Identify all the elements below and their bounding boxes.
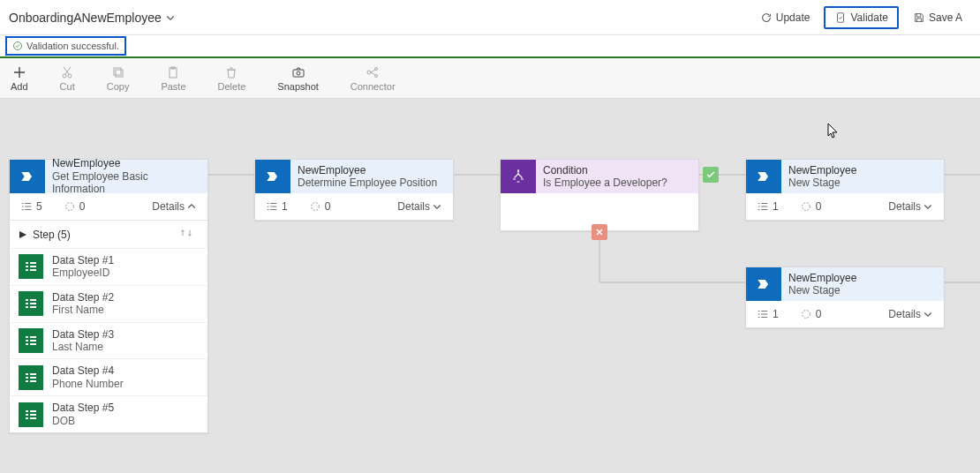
svg-point-9 (297, 71, 300, 75)
stage-entity: NewEmployee (788, 164, 937, 176)
svg-rect-8 (293, 70, 304, 77)
chevron-down-icon (432, 201, 442, 212)
stage-name: New Stage (788, 284, 937, 297)
svg-rect-6 (170, 68, 177, 78)
loop-count: 0 (800, 308, 822, 320)
step-count: 5 (20, 200, 42, 213)
svg-rect-23 (30, 266, 36, 267)
data-step-icon (19, 365, 43, 390)
stage-card-newstage-yes[interactable]: NewEmployee New Stage 1 0 Details (745, 159, 945, 221)
connector-icon (366, 65, 380, 79)
condition-card[interactable]: Condition Is Employee a Developer? (500, 159, 699, 231)
stage-chevron-icon (746, 160, 781, 193)
add-button[interactable]: Add (11, 65, 28, 92)
validation-message-highlight: Validation successful. (5, 36, 126, 56)
details-toggle[interactable]: Details (888, 200, 933, 213)
list-icon (757, 308, 769, 320)
svg-rect-30 (30, 306, 36, 308)
svg-point-18 (65, 203, 73, 211)
svg-rect-47 (30, 414, 36, 416)
steps-header[interactable]: Step (5) (10, 221, 207, 248)
chevron-down-icon (165, 12, 176, 23)
svg-rect-26 (26, 303, 28, 304)
svg-rect-4 (114, 68, 121, 75)
validate-label: Validate (850, 11, 887, 24)
update-button[interactable]: Update (751, 8, 819, 27)
update-label: Update (776, 11, 810, 24)
svg-rect-34 (30, 336, 36, 338)
svg-rect-27 (26, 306, 28, 308)
step-field: EmployeeID (52, 267, 114, 279)
condition-no-badge (592, 224, 607, 240)
designer-canvas[interactable]: NewEmployee Get Employee Basic Informati… (0, 99, 980, 473)
header-bar: OnboardingANewEmployee Update Validate S… (0, 0, 980, 35)
step-count: 1 (757, 200, 779, 213)
connector-button[interactable]: Connector (351, 65, 396, 92)
step-row[interactable]: Data Step #1EmployeeID (10, 248, 207, 285)
camera-icon (291, 65, 305, 79)
save-button[interactable]: Save A (904, 8, 971, 27)
data-step-icon (19, 402, 43, 427)
delete-label: Delete (218, 81, 246, 92)
svg-point-1 (14, 42, 22, 50)
stage-card-basic-info[interactable]: NewEmployee Get Employee Basic Informati… (9, 159, 208, 433)
stage-name: Get Employee Basic Information (52, 170, 200, 196)
loop-icon (309, 200, 321, 213)
svg-rect-45 (26, 417, 28, 419)
svg-point-51 (802, 203, 810, 211)
stage-chevron-icon (10, 160, 45, 193)
copy-button[interactable]: Copy (107, 65, 130, 92)
svg-point-2 (63, 74, 66, 78)
copy-label: Copy (107, 81, 130, 92)
svg-rect-0 (838, 12, 844, 22)
step-title: Data Step #1 (52, 254, 114, 267)
validate-button[interactable]: Validate (824, 6, 898, 29)
details-toggle[interactable]: Details (397, 200, 442, 213)
steps-header-label: Step (5) (33, 229, 71, 241)
cut-button[interactable]: Cut (60, 65, 75, 92)
step-row[interactable]: Data Step #4Phone Number (10, 358, 207, 395)
list-icon (20, 200, 33, 213)
snapshot-button[interactable]: Snapshot (277, 65, 318, 92)
svg-rect-28 (30, 299, 36, 301)
svg-rect-41 (30, 377, 36, 379)
loop-icon (800, 308, 812, 320)
step-field: Phone Number (52, 378, 124, 390)
condition-name: Is Employee a Developer? (543, 176, 691, 189)
stage-name: Determine Employee Position (298, 176, 446, 189)
trash-icon (224, 65, 238, 79)
svg-rect-33 (26, 343, 28, 345)
copy-icon (111, 65, 125, 79)
svg-point-49 (311, 203, 319, 211)
data-step-icon (19, 328, 43, 353)
snapshot-label: Snapshot (277, 81, 318, 92)
svg-rect-36 (30, 343, 36, 345)
svg-rect-44 (26, 414, 28, 416)
stage-entity: NewEmployee (52, 157, 200, 169)
flow-title[interactable]: OnboardingANewEmployee (9, 11, 176, 25)
step-field: Last Name (52, 341, 114, 353)
triangle-right-icon (19, 230, 27, 239)
details-toggle[interactable]: Details (888, 308, 933, 320)
svg-rect-31 (26, 336, 28, 338)
data-step-icon (19, 254, 43, 279)
stage-card-newstage-no[interactable]: NewEmployee New Stage 1 0 Details (745, 267, 945, 328)
delete-button[interactable]: Delete (218, 65, 246, 92)
svg-rect-20 (26, 266, 28, 267)
stage-card-position[interactable]: NewEmployee Determine Employee Position … (254, 159, 454, 221)
paste-button[interactable]: Paste (161, 65, 185, 92)
cut-label: Cut (60, 81, 75, 92)
plus-icon (12, 65, 26, 79)
save-icon (913, 11, 925, 24)
flow-title-text: OnboardingANewEmployee (9, 11, 162, 25)
details-toggle[interactable]: Details (152, 200, 197, 213)
step-row[interactable]: Data Step #2First Name (10, 285, 207, 322)
step-title: Data Step #2 (52, 291, 114, 304)
step-row[interactable]: Data Step #3Last Name (10, 322, 207, 359)
loop-icon (800, 200, 812, 213)
step-title: Data Step #3 (52, 328, 114, 341)
svg-point-10 (367, 71, 371, 74)
chevron-down-icon (923, 309, 933, 319)
step-row[interactable]: Data Step #5DOB (10, 395, 207, 432)
sort-icon[interactable] (179, 228, 199, 241)
